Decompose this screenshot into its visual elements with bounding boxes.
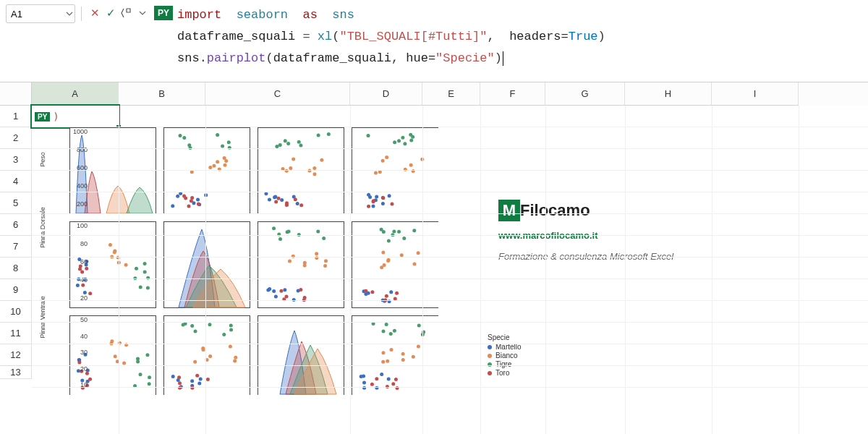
confirm-icon[interactable]: ✓ — [103, 6, 118, 20]
col-header-g[interactable]: G — [545, 82, 625, 106]
row-header-7[interactable]: 7 — [0, 236, 32, 258]
col-header-e[interactable]: E — [422, 82, 480, 106]
row-header-4[interactable]: 4 — [0, 171, 32, 192]
col-header-d[interactable]: D — [350, 82, 422, 106]
divider — [81, 7, 82, 21]
column-headers: ABCDEFGHI — [32, 82, 868, 106]
name-box[interactable] — [6, 4, 75, 23]
col-header-a[interactable]: A — [32, 82, 119, 106]
formula-buttons: ✕ ✓ — [88, 6, 150, 20]
row-header-11[interactable]: 11 — [0, 323, 32, 344]
grid-body[interactable]: PY ) Peso — [32, 106, 868, 434]
spreadsheet-grid: 12345678910111213 ABCDEFGHI PY ) Peso — [0, 82, 868, 434]
dropdown-icon[interactable] — [135, 6, 150, 20]
row-headers: 12345678910111213 — [0, 82, 32, 434]
row-header-1[interactable]: 1 — [0, 106, 32, 127]
formula-bar: ✕ ✓ PY import seaborn as sns dataframe_s… — [0, 0, 868, 82]
code-editor[interactable]: import seaborn as sns dataframe_squali =… — [177, 4, 605, 69]
col-header-b[interactable]: B — [119, 82, 205, 106]
select-all-corner[interactable] — [0, 82, 32, 106]
col-header-i[interactable]: I — [712, 82, 799, 106]
row-header-6[interactable]: 6 — [0, 214, 32, 236]
col-header-f[interactable]: F — [480, 82, 545, 106]
row-header-3[interactable]: 3 — [0, 149, 32, 171]
row-header-9[interactable]: 9 — [0, 279, 32, 301]
row-header-10[interactable]: 10 — [0, 301, 32, 323]
text-cursor — [503, 51, 503, 66]
python-output-icon[interactable] — [119, 6, 134, 20]
row-header-13[interactable]: 13 — [0, 366, 32, 379]
col-header-h[interactable]: H — [625, 82, 712, 106]
python-code-block[interactable]: PY import seaborn as sns dataframe_squal… — [154, 4, 605, 69]
python-chip: PY — [154, 6, 173, 20]
row-header-12[interactable]: 12 — [0, 344, 32, 366]
col-header-c[interactable]: C — [205, 82, 350, 106]
row-header-5[interactable]: 5 — [0, 192, 32, 214]
name-box-dropdown[interactable] — [63, 5, 75, 22]
cancel-icon[interactable]: ✕ — [88, 6, 102, 20]
row-header-8[interactable]: 8 — [0, 258, 32, 279]
name-box-input[interactable] — [7, 9, 63, 20]
row-header-2[interactable]: 2 — [0, 127, 32, 149]
